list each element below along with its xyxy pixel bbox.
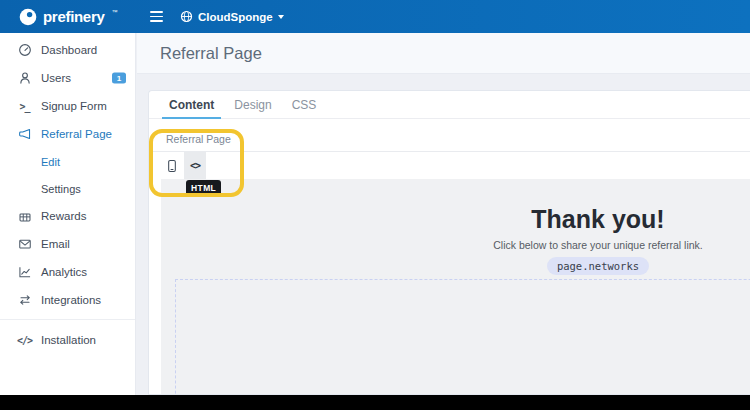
page-title: Referral Page xyxy=(160,44,262,63)
page-header: Referral Page xyxy=(137,33,750,74)
sidebar-item-label: Analytics xyxy=(41,266,87,278)
dashboard-gauge-icon xyxy=(17,43,32,58)
sidebar-item-label: Dashboard xyxy=(41,44,97,56)
chevron-down-icon xyxy=(278,15,284,19)
sidebar-item-integrations[interactable]: Integrations xyxy=(0,286,135,314)
sidebar-item-label: Referral Page xyxy=(41,128,112,140)
sidebar-item-installation[interactable]: </> Installation xyxy=(0,326,135,354)
sidebar-item-analytics[interactable]: Analytics xyxy=(0,258,135,286)
sidebar-subitem-settings[interactable]: Settings xyxy=(0,175,135,202)
sidebar-item-label: Installation xyxy=(41,334,96,346)
sidebar-item-email[interactable]: Email xyxy=(0,230,135,258)
sidebar-item-label: Rewards xyxy=(41,210,86,222)
users-count-badge: 1 xyxy=(112,73,126,84)
brand-name: prefinery xyxy=(43,8,105,26)
sidebar-toggle-hamburger-icon[interactable] xyxy=(145,6,167,28)
preview-content: Thank you! Click below to share your uni… xyxy=(175,179,750,394)
bottom-letterbox-bar xyxy=(0,395,750,410)
editor-toolbar: <> xyxy=(149,152,750,179)
merge-tag-pill: page.networks xyxy=(547,257,649,275)
tab-content[interactable]: Content xyxy=(169,91,214,118)
html-tooltip: HTML xyxy=(186,180,221,196)
sidebar-item-dashboard[interactable]: Dashboard xyxy=(0,36,135,64)
html-view-button[interactable]: <> xyxy=(184,152,206,179)
tab-css[interactable]: CSS xyxy=(292,91,317,118)
code-brackets-icon: </> xyxy=(17,333,32,348)
device-preview-button[interactable] xyxy=(161,152,183,179)
html-code-icon: <> xyxy=(190,160,200,171)
gift-box-icon xyxy=(17,209,32,224)
sidebar-divider xyxy=(0,319,135,320)
sidebar-item-label: Signup Form xyxy=(41,100,107,112)
account-name: CloudSponge xyxy=(198,11,273,23)
tab-design[interactable]: Design xyxy=(234,91,271,118)
users-person-icon xyxy=(17,71,32,86)
account-dropdown[interactable]: CloudSponge xyxy=(180,10,284,23)
editor-tabs: Content Design CSS xyxy=(149,91,750,119)
sidebar-item-label: Settings xyxy=(41,183,81,195)
referral-page-preview: Thank you! Click below to share your uni… xyxy=(161,179,750,394)
sidebar-item-label: Edit xyxy=(41,156,60,168)
sidebar-item-referral-page[interactable]: Referral Page xyxy=(0,120,135,148)
cloudsponge-globe-icon xyxy=(180,10,193,23)
panel-label-row: Referral Page xyxy=(149,119,750,152)
sidebar-nav: Dashboard Users 1 >_ Signup Form Referra… xyxy=(0,33,136,395)
swap-arrows-icon xyxy=(17,293,32,308)
panel-label: Referral Page xyxy=(166,133,231,145)
brand-trademark: ™ xyxy=(112,8,118,16)
preview-heading: Thank you! xyxy=(175,205,750,234)
editor-card: Content Design CSS Referral Page <> HTML… xyxy=(148,90,750,395)
mobile-device-icon xyxy=(165,159,179,173)
prefinery-logo-icon xyxy=(19,8,37,26)
sidebar-item-rewards[interactable]: Rewards xyxy=(0,202,135,230)
prefinery-logo[interactable]: prefinery ™ xyxy=(0,8,137,26)
sidebar-item-label: Integrations xyxy=(41,294,101,306)
sidebar-item-users[interactable]: Users 1 xyxy=(0,64,135,92)
sidebar-item-signup-form[interactable]: >_ Signup Form xyxy=(0,92,135,120)
top-navbar: prefinery ™ CloudSponge xyxy=(0,0,750,33)
editable-region[interactable] xyxy=(175,279,750,394)
sidebar-item-label: Users xyxy=(41,72,71,84)
megaphone-icon xyxy=(17,127,32,142)
app-window: prefinery ™ CloudSponge Dashboard xyxy=(0,0,750,410)
terminal-prompt-icon: >_ xyxy=(17,99,32,114)
sidebar-subitem-edit[interactable]: Edit xyxy=(0,148,135,175)
sidebar-item-label: Email xyxy=(41,238,70,250)
envelope-icon xyxy=(17,237,32,252)
line-chart-icon xyxy=(17,265,32,280)
preview-subtext: Click below to share your unique referra… xyxy=(175,239,750,251)
